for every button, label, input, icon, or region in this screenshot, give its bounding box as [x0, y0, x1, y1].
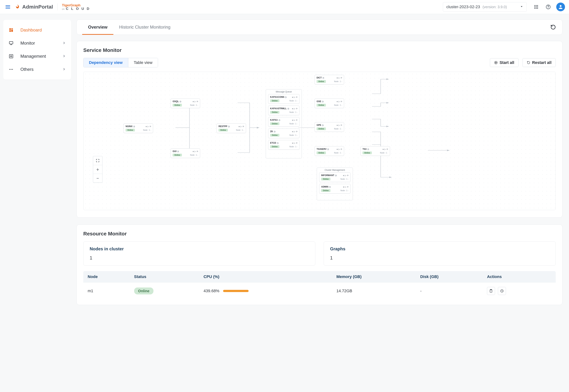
service-stop-icon[interactable]: ■: [193, 150, 194, 152]
svg-point-15: [560, 5, 562, 7]
help-button[interactable]: [544, 3, 552, 11]
service-restart-icon[interactable]: ⟳: [197, 150, 198, 152]
service-node-gsql[interactable]: GSQL◷■▷⟳ OnlineNode : 1 -: [171, 98, 200, 108]
start-all-button[interactable]: Start all: [490, 58, 519, 67]
sidebar-item-label: Dashboard: [20, 28, 42, 33]
cell-node: m1: [83, 282, 130, 299]
service-stop-icon[interactable]: ■: [239, 126, 240, 127]
chevron-right-icon: [62, 54, 66, 59]
menu-toggle-button[interactable]: [4, 3, 12, 11]
service-monitor-title: Service Monitor: [83, 47, 556, 53]
refresh-icon: [550, 24, 556, 30]
col-status: Status: [130, 271, 199, 282]
col-cpu: CPU (%): [199, 271, 332, 282]
service-node-kafka[interactable]: KAFKA◷■▷⟳ OnlineNode : 1 -: [268, 117, 299, 127]
ellipsis-icon: [9, 67, 15, 72]
user-avatar-button[interactable]: [556, 2, 565, 11]
play-icon: [494, 61, 498, 64]
svg-rect-7: [534, 7, 535, 7]
zoom-fit-button[interactable]: [93, 156, 102, 165]
nodes-count-value: 1: [90, 255, 309, 261]
view-toggle-dependency[interactable]: Dependency view: [84, 58, 128, 67]
svg-rect-16: [9, 28, 11, 30]
svg-point-27: [12, 69, 13, 70]
svg-rect-23: [9, 55, 13, 58]
graphs-count-card: Graphs 1: [324, 241, 556, 266]
service-node-kafkaconn[interactable]: KAFKACONN◷■▷⟳ OnlineNode : 1 -: [268, 94, 299, 104]
view-toggle: Dependency view Table view: [83, 58, 158, 67]
node-action-logs-button[interactable]: [487, 287, 495, 295]
gear-box-icon: [9, 54, 15, 59]
chevron-right-icon: [62, 41, 66, 46]
col-memory: Memory (GB): [332, 271, 416, 282]
service-node-ts3[interactable]: TS3◷■▷⟳ OnlineNode : 1 -: [361, 146, 390, 156]
sidebar-item-monitor[interactable]: Monitor: [3, 37, 71, 50]
service-node-gse[interactable]: GSE◷■▷⟳ OnlineNode : 1 -: [315, 98, 344, 108]
svg-point-25: [9, 69, 10, 70]
service-restart-icon[interactable]: ⟳: [197, 100, 198, 102]
service-restart-icon[interactable]: ⟳: [243, 126, 244, 127]
service-node-admin[interactable]: ADMIN◷■▷⟳ OnlineNode : 1 -: [319, 184, 350, 194]
sidebar-item-others[interactable]: Others: [3, 63, 71, 76]
service-restart-icon[interactable]: ⟳: [150, 126, 151, 127]
caret-down-icon: [520, 5, 523, 9]
restart-all-button[interactable]: Restart all: [523, 58, 556, 67]
service-stop-icon[interactable]: ■: [146, 126, 147, 127]
service-node-nginx[interactable]: NGINX◷■▷⟳ OnlineNode : 1 -: [124, 124, 153, 133]
tab-bar: Overview Historic Cluster Monitoring: [76, 19, 562, 35]
service-node-gpe[interactable]: GPE◷■▷⟳ OnlineNode : 1 -: [315, 122, 344, 132]
zoom-controls: ＋ －: [93, 156, 102, 183]
service-node-informant[interactable]: INFORMANT◷■▷⟳ OnlineNode : 1 -: [319, 172, 350, 182]
service-node-restpp[interactable]: RESTPP◷■▷⟳ OnlineNode : 1 -: [217, 124, 246, 133]
nodes-count-card: Nodes in cluster 1: [83, 241, 315, 266]
svg-rect-12: [537, 8, 538, 9]
status-badge: Online: [134, 287, 153, 294]
service-node-dict[interactable]: DICT◷■▷⟳ OnlineNode : 1 -: [315, 75, 344, 84]
cell-cpu-value: 439.68%: [204, 289, 219, 293]
svg-marker-3: [521, 6, 523, 7]
person-icon: [558, 4, 563, 10]
main-content: Overview Historic Cluster Monitoring Ser…: [71, 14, 569, 392]
view-toggle-table[interactable]: Table view: [128, 58, 158, 67]
node-action-history-button[interactable]: [498, 287, 506, 295]
fullscreen-icon: [96, 159, 100, 163]
cluster-select-dropdown[interactable]: cluster-2023-02-23 (version: 3.9.0): [443, 2, 527, 12]
brand-cloud-text: TigerGraph on C L O U D: [62, 3, 90, 10]
cell-disk: -: [416, 282, 483, 299]
cpu-bar: [223, 290, 248, 292]
svg-rect-11: [536, 8, 537, 9]
svg-marker-29: [496, 62, 496, 63]
apps-grid-icon: [534, 5, 539, 9]
cell-memory: 14.72GB: [332, 282, 416, 299]
service-node-kafkastrmll[interactable]: KAFKASTRMLL◷■▷⟳ OnlineNode : 1 -: [268, 106, 299, 115]
refresh-button[interactable]: [550, 24, 557, 31]
graphs-count-value: 1: [330, 255, 549, 261]
service-node-zk[interactable]: ZK◷■▷⟳ OnlineNode : 1 -: [268, 128, 299, 138]
brand-admin-text: AdminPortal: [22, 4, 53, 10]
service-node-etcd[interactable]: ETCD◷■▷⟳ OnlineNode : 1 -: [268, 140, 299, 150]
svg-rect-17: [11, 28, 13, 29]
svg-point-24: [11, 56, 12, 57]
service-play-icon[interactable]: ▷: [240, 126, 242, 127]
sidebar-item-management[interactable]: Management: [3, 50, 71, 63]
service-play-icon[interactable]: ▷: [147, 126, 149, 127]
zoom-out-button[interactable]: －: [93, 174, 102, 182]
tab-overview[interactable]: Overview: [82, 20, 113, 35]
chevron-right-icon: [62, 67, 66, 72]
nodes-table: Node Status CPU (%) Memory (GB) Disk (GB…: [83, 271, 556, 299]
service-node-ts3serv[interactable]: TS3SERV◷■▷⟳ OnlineNode : 1 -: [315, 146, 344, 156]
zoom-in-button[interactable]: ＋: [93, 165, 102, 174]
service-node-gui[interactable]: GUI◷■▷⟳ OnlineNode : 1 -: [171, 148, 200, 158]
service-play-icon[interactable]: ▷: [194, 150, 196, 152]
tab-historic-monitoring[interactable]: Historic Cluster Monitoring: [113, 20, 176, 35]
dependency-canvas[interactable]: NGINX◷■▷⟳ OnlineNode : 1 - GSQL◷■▷⟳ Onli…: [83, 72, 556, 210]
sidebar-item-dashboard[interactable]: Dashboard: [3, 24, 71, 37]
svg-rect-18: [11, 29, 13, 32]
monitor-icon: [9, 41, 15, 45]
service-stop-icon[interactable]: ■: [193, 100, 194, 102]
help-icon: [545, 4, 551, 10]
service-play-icon[interactable]: ▷: [194, 100, 196, 102]
svg-rect-5: [536, 5, 537, 6]
service-group-cluster-management: Cluster Management INFORMANT◷■▷⟳ OnlineN…: [317, 168, 353, 200]
apps-grid-button[interactable]: [532, 3, 540, 11]
